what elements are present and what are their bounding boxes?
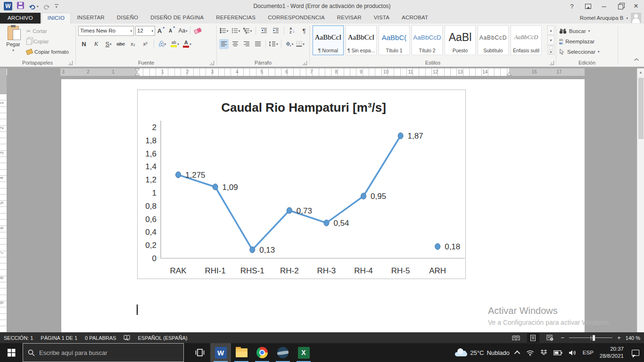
print-layout-button[interactable] [527, 333, 539, 343]
status-language[interactable]: ESPAÑOL (ESPAÑA) [138, 335, 187, 341]
shrink-font-button[interactable]: A▼ [167, 26, 177, 36]
style-título-1[interactable]: AaBbC(Título 1 [379, 25, 410, 55]
tab-acrobat[interactable]: ACROBAT [396, 13, 434, 24]
start-button[interactable] [0, 343, 23, 362]
align-right-button[interactable] [242, 39, 251, 49]
avatar[interactable] [631, 13, 641, 23]
paste-button[interactable]: Pegar ▾ [2, 24, 25, 52]
cut-button[interactable]: ✂ Cortar [26, 26, 47, 36]
taskbar-excel-button[interactable]: X [293, 343, 314, 362]
find-button[interactable]: Buscar ▾ [559, 26, 590, 35]
sort-button[interactable]: AZ↓ [288, 26, 297, 36]
format-painter-button[interactable]: Copiar formato [26, 47, 69, 57]
paragraph-dialog-launcher-icon[interactable] [303, 61, 307, 65]
line-spacing-button[interactable]: ▾ [269, 39, 278, 49]
proofing-icon[interactable] [124, 335, 130, 341]
taskbar-explorer-button[interactable] [231, 343, 252, 362]
customize-quick-access-button[interactable]: ▾ [55, 4, 58, 8]
collapse-ribbon-button[interactable] [634, 56, 639, 63]
style-puesto[interactable]: AaBlPuesto [445, 25, 476, 55]
close-button[interactable]: × [628, 0, 644, 12]
right-indent-marker[interactable] [506, 68, 512, 76]
read-mode-button[interactable] [510, 333, 522, 343]
paste-dropdown[interactable]: ▾ [12, 49, 14, 52]
zoom-slider-thumb[interactable] [593, 335, 595, 341]
font-dialog-launcher-icon[interactable] [210, 61, 214, 65]
minimize-button[interactable]: ─ [596, 0, 612, 12]
style-énfasis-sutil[interactable]: AaBbCcDÉnfasis sutil [511, 25, 542, 55]
vertical-scrollbar[interactable]: ▲ [637, 68, 644, 332]
undo-dropdown[interactable]: ▾ [37, 5, 39, 8]
gallery-scroll-up-button[interactable]: ▲ [547, 25, 554, 35]
strikethrough-button[interactable]: abc [116, 39, 125, 49]
tab-vista[interactable]: VISTA [368, 13, 396, 24]
styles-dialog-launcher-icon[interactable] [550, 61, 554, 65]
weather-widget[interactable]: 25°C Nublado [455, 349, 509, 356]
align-center-button[interactable] [231, 39, 240, 49]
action-center-icon[interactable] [632, 350, 639, 356]
increase-indent-button[interactable] [271, 26, 281, 36]
subscript-button[interactable]: x₂ [128, 39, 138, 49]
font-name-select[interactable]: Times New Ro ▾ [78, 26, 134, 36]
chart-object[interactable]: Caudal Rio Hampaturi [m³/s]00,20,40,60,8… [137, 90, 466, 279]
tab-archivo[interactable]: ARCHIVO [0, 13, 41, 24]
change-case-button[interactable]: Aa▾ [178, 26, 188, 36]
scroll-up-button[interactable]: ▲ [637, 68, 644, 76]
tab-diseño-de-página[interactable]: DISEÑO DE PÁGINA [144, 13, 210, 24]
tab-diseño[interactable]: DISEÑO [111, 13, 144, 24]
style-sin-espa[interactable]: AaBbCcI¶ Sin espa... [346, 25, 377, 55]
taskbar-search[interactable] [23, 343, 184, 362]
redo-button[interactable] [43, 3, 50, 9]
scrollbar-thumb[interactable] [638, 78, 644, 139]
account-area[interactable]: Romel Aruquipa B ▾ [580, 12, 641, 24]
zoom-out-button[interactable]: − [561, 334, 565, 341]
shading-button[interactable]: ▾ [284, 39, 294, 49]
show-marks-button[interactable]: ¶ [299, 26, 309, 36]
help-button[interactable]: ? [564, 0, 580, 12]
ribbon-display-options-button[interactable] [580, 0, 596, 12]
align-left-button[interactable] [219, 39, 229, 49]
decrease-indent-button[interactable] [259, 26, 269, 36]
show-hidden-icons-button[interactable] [514, 350, 520, 356]
tab-correspondencia[interactable]: CORRESPONDENCIA [262, 13, 331, 24]
status-page[interactable]: PÁGINA 1 DE 1 [41, 335, 77, 341]
tab-insertar[interactable]: INSERTAR [71, 13, 111, 24]
italic-button[interactable]: K [91, 39, 101, 49]
highlight-button[interactable]: ab ▾ [170, 39, 180, 49]
gallery-more-button[interactable]: ▼ [547, 45, 554, 55]
bold-button[interactable]: N [79, 39, 89, 49]
select-button[interactable]: Seleccionar ▾ [559, 47, 600, 56]
taskbar-word-button[interactable]: W [210, 343, 231, 362]
clipboard-dialog-launcher-icon[interactable] [68, 61, 73, 65]
justify-button[interactable] [253, 39, 263, 49]
style-normal[interactable]: AaBbCcI¶ Normal [313, 25, 344, 55]
zoom-slider[interactable] [569, 333, 612, 343]
undo-button[interactable]: ▾ [29, 3, 39, 9]
numbering-button[interactable]: ▾ [231, 26, 240, 36]
wifi-icon[interactable] [526, 350, 534, 356]
document-page[interactable]: Caudal Rio Hampaturi [m³/s]00,20,40,60,8… [61, 79, 585, 332]
volume-icon[interactable] [569, 350, 577, 356]
keyboard-language[interactable]: ESP [583, 350, 594, 355]
task-view-button[interactable] [190, 343, 210, 362]
tab-inicio[interactable]: INICIO [41, 13, 71, 24]
clear-formatting-button[interactable] [193, 26, 202, 36]
search-input[interactable] [39, 349, 162, 356]
gallery-scroll-down-button[interactable]: ▼ [547, 35, 554, 45]
status-section[interactable]: SECCIÓN: 1 [4, 335, 33, 341]
text-effects-button[interactable]: A▾ [158, 39, 167, 49]
dropbox-icon[interactable] [540, 349, 547, 356]
battery-icon[interactable] [553, 350, 562, 355]
superscript-button[interactable]: x² [140, 39, 150, 49]
style-título-2[interactable]: AaBbCcDTítulo 2 [412, 25, 443, 55]
web-layout-button[interactable] [544, 333, 556, 343]
taskbar-chrome-button[interactable] [252, 343, 272, 362]
taskbar-earth-button[interactable] [272, 343, 293, 362]
zoom-level[interactable]: 140 % [626, 335, 640, 341]
indent-markers[interactable] [134, 68, 140, 76]
borders-button[interactable]: ▾ [296, 39, 305, 49]
replace-button[interactable]: abac Reemplazar [559, 37, 594, 46]
restore-button[interactable] [612, 0, 628, 12]
save-button[interactable] [17, 2, 24, 10]
font-size-select[interactable]: 12 ▾ [135, 26, 155, 36]
